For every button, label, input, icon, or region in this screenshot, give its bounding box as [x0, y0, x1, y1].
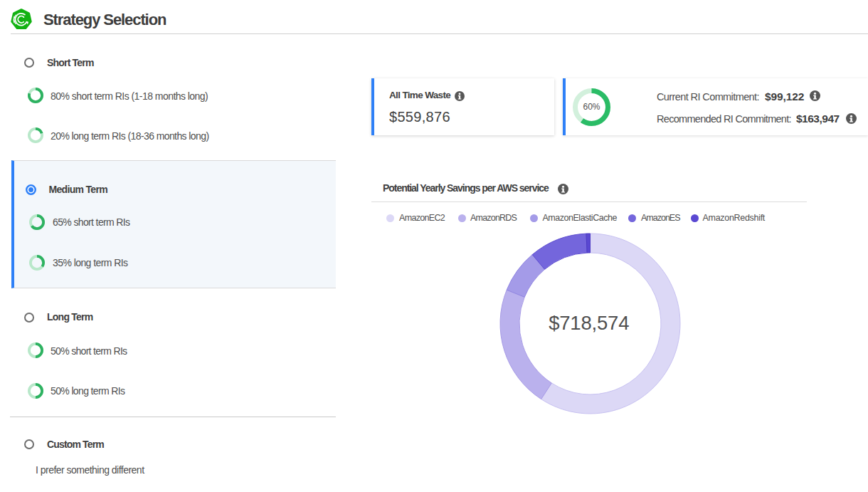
svg-text:60%: 60% — [583, 102, 600, 112]
